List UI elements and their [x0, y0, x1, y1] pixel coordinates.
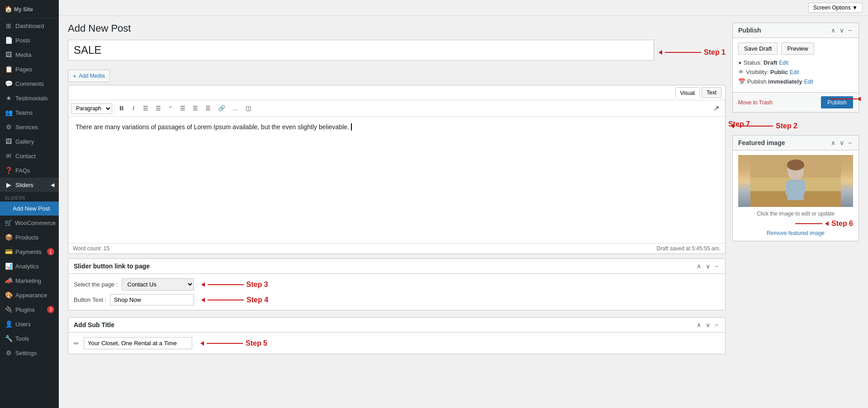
- status-icon: ●: [738, 59, 742, 66]
- appearance-icon: 🎨: [5, 291, 13, 299]
- sidebar-item-plugins[interactable]: 🔌 Plugins 3: [0, 302, 59, 317]
- editor-body[interactable]: There are many variations of passages of…: [68, 117, 725, 243]
- sidebar-item-tools[interactable]: 🔧 Tools: [0, 331, 59, 346]
- align-center-button[interactable]: ☰: [190, 103, 201, 113]
- bold-button[interactable]: B: [116, 103, 127, 113]
- publish-schedule-row: 📅 Publish immediately Edit: [738, 78, 853, 85]
- media-icon: 🖼: [5, 51, 13, 58]
- publish-header-controls: ∧ ∨ −: [830, 27, 853, 34]
- toolbar-divider-1: [114, 104, 114, 113]
- sidebar-section-sliders: Sliders: [0, 192, 59, 202]
- page-title: Add New Post: [68, 23, 726, 34]
- publish-box: Publish ∧ ∨ − Save Draft Preview ● Statu…: [732, 23, 859, 113]
- marketing-icon: 📣: [5, 277, 13, 284]
- plugins-badge: 3: [47, 306, 54, 313]
- step5-line: [207, 343, 243, 344]
- sidebar-item-appearance[interactable]: 🎨 Appearance: [0, 288, 59, 302]
- sidebar-item-teams[interactable]: 👥 Teams: [0, 105, 59, 120]
- post-title-input[interactable]: [68, 40, 654, 61]
- subtitle-input[interactable]: [84, 337, 192, 349]
- publish-footer-container: Move to Trash Publish Step 7: [733, 92, 859, 112]
- step6-arrow: [825, 221, 829, 226]
- visibility-edit-link[interactable]: Edit: [790, 69, 799, 75]
- editor-top-bar: Visual Text: [68, 85, 725, 100]
- sidebar: 🏠 My Site ⊞ Dashboard 📄 Posts 🖼 Media 📋 …: [0, 0, 59, 408]
- italic-button[interactable]: I: [128, 103, 139, 113]
- screen-options-button[interactable]: Screen Options ▼: [808, 3, 863, 13]
- add-media-button[interactable]: + Add Media: [68, 70, 110, 82]
- align-left-button[interactable]: ☰: [177, 103, 189, 113]
- products-icon: 📦: [5, 234, 13, 241]
- featured-image-thumbnail[interactable]: [738, 155, 853, 207]
- select-page-dropdown[interactable]: Contact Us Home About Shop Blog: [122, 278, 194, 291]
- publish-schedule-edit-link[interactable]: Edit: [804, 79, 813, 85]
- sidebar-item-users[interactable]: 👤 Users: [0, 317, 59, 331]
- text-tab-button[interactable]: Text: [702, 87, 721, 98]
- sidebar-item-woocommerce[interactable]: 🛒 WooCommerce: [0, 216, 59, 230]
- sidebar-item-dashboard[interactable]: ⊞ Dashboard: [0, 19, 59, 33]
- featured-image-down[interactable]: ∨: [838, 139, 845, 146]
- sidebar-item-faqs[interactable]: ❓ FAQs: [0, 163, 59, 178]
- more-button[interactable]: …: [229, 103, 242, 113]
- subtitle-box-collapse-up[interactable]: ∧: [695, 321, 702, 328]
- sidebar-item-testimonials[interactable]: ★ Testimonials: [0, 91, 59, 105]
- step6-annotation: Step 6: [738, 220, 853, 228]
- featured-image-box: Featured image ∧ ∨ −: [732, 135, 859, 241]
- slider-box-collapse-up[interactable]: ∧: [695, 263, 702, 270]
- featured-image-svg: [738, 155, 853, 207]
- sidebar-item-marketing[interactable]: 📣 Marketing: [0, 273, 59, 288]
- slider-box-collapse-down[interactable]: ∨: [704, 263, 711, 270]
- table-button[interactable]: ◫: [242, 103, 254, 113]
- move-to-trash-link[interactable]: Move to Trash: [738, 99, 773, 106]
- visibility-icon: 👁: [738, 69, 744, 75]
- save-draft-button[interactable]: Save Draft: [738, 42, 778, 55]
- paragraph-select[interactable]: Paragraph: [71, 103, 112, 114]
- button-text-input[interactable]: [110, 294, 194, 305]
- sidebar-item-contact[interactable]: ✉ Contact: [0, 149, 59, 163]
- sidebar-item-media[interactable]: 🖼 Media: [0, 47, 59, 62]
- sidebar-item-analytics[interactable]: 📊 Analytics: [0, 259, 59, 273]
- sidebar-item-sliders[interactable]: ▶ Sliders ◀: [0, 178, 59, 192]
- align-right-button[interactable]: ☰: [202, 103, 214, 113]
- dashboard-icon: ⊞: [5, 22, 13, 29]
- fullscreen-button[interactable]: ↗: [710, 102, 722, 114]
- payments-badge: 1: [47, 248, 54, 255]
- subtitle-box-header: Add Sub Title ∧ ∨ −: [68, 318, 725, 333]
- users-icon: 👤: [5, 320, 13, 328]
- blockquote-button[interactable]: “: [165, 103, 176, 113]
- sidebar-item-settings[interactable]: ⚙ Settings: [0, 346, 59, 360]
- pencil-icon: ✏: [74, 340, 79, 347]
- subtitle-box-close[interactable]: −: [713, 321, 720, 328]
- slider-box-close[interactable]: −: [713, 263, 720, 270]
- sidebar-item-payments[interactable]: 💳 Payments 1: [0, 244, 59, 259]
- sidebar-item-add-new-post[interactable]: Add New Post: [0, 202, 59, 216]
- slider-button-box-body: Select the page : Contact Us Home About …: [68, 274, 725, 310]
- sidebar-item-products[interactable]: 📦 Products: [0, 230, 59, 244]
- preview-button[interactable]: Preview: [781, 42, 814, 55]
- publish-box-up[interactable]: ∧: [830, 27, 837, 34]
- subtitle-box: Add Sub Title ∧ ∨ − ✏: [68, 317, 726, 354]
- publish-box-close[interactable]: −: [847, 27, 853, 34]
- sidebar-item-gallery[interactable]: 🖼 Gallery: [0, 134, 59, 149]
- services-icon: ⚙: [5, 123, 13, 131]
- sidebar-item-services[interactable]: ⚙ Services: [0, 120, 59, 134]
- featured-image-header: Featured image ∧ ∨ −: [733, 136, 859, 150]
- status-edit-link[interactable]: Edit: [779, 60, 788, 66]
- featured-image-close[interactable]: −: [847, 139, 853, 146]
- sidebar-item-pages[interactable]: 📋 Pages: [0, 62, 59, 76]
- featured-image-up[interactable]: ∧: [830, 139, 837, 146]
- subtitle-box-collapse-down[interactable]: ∨: [704, 321, 711, 328]
- featured-image-body: Click the image to edit or update Step 6…: [733, 150, 859, 241]
- sidebar-item-posts[interactable]: 📄 Posts: [0, 33, 59, 47]
- publish-box-down[interactable]: ∨: [838, 27, 845, 34]
- remove-featured-image-link[interactable]: Remove featured image: [767, 230, 825, 236]
- publish-header: Publish ∧ ∨ −: [733, 23, 859, 38]
- editor-view-buttons: Visual Text: [675, 87, 721, 98]
- sidebar-item-comments[interactable]: 💬 Comments: [0, 76, 59, 91]
- visual-tab-button[interactable]: Visual: [675, 87, 700, 98]
- ul-button[interactable]: ☰: [152, 103, 164, 113]
- link-button[interactable]: 🔗: [215, 103, 228, 113]
- slider-button-box-header: Slider button link to page ∧ ∨ −: [68, 259, 725, 274]
- testimonials-icon: ★: [5, 94, 13, 102]
- ol-button[interactable]: ☰: [140, 103, 152, 113]
